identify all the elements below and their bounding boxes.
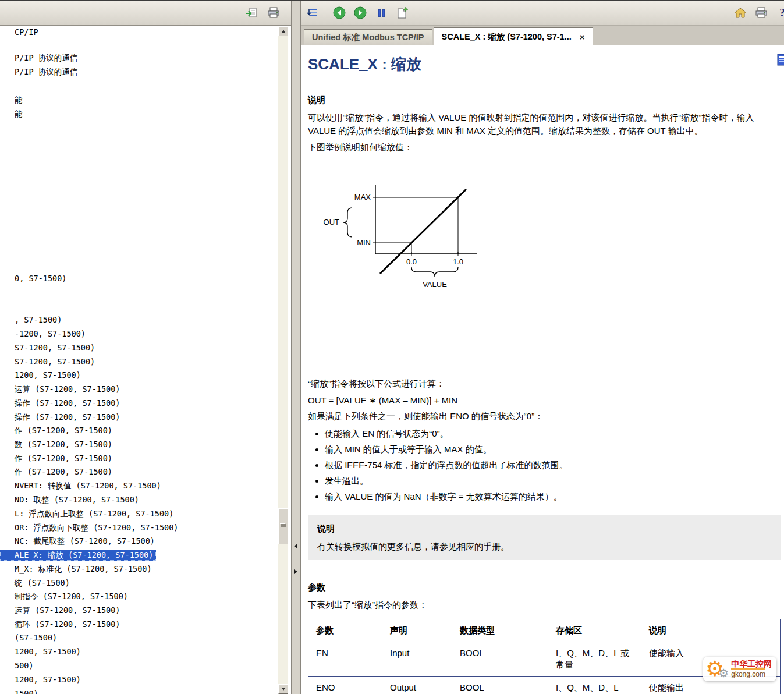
toc-item[interactable]: , S7-1500) xyxy=(0,314,62,325)
parameters-intro: 下表列出了“缩放”指令的参数： xyxy=(308,598,781,611)
forward-icon[interactable] xyxy=(353,6,367,20)
toc-item[interactable]: 作 (S7-1200, S7-1500) xyxy=(0,453,112,464)
conditions-list: 使能输入 EN 的信号状态为“0”。 输入 MIN 的值大于或等于输入 MAX … xyxy=(308,427,781,503)
collapse-right-icon[interactable] xyxy=(294,569,297,574)
condition-item: 使能输入 EN 的信号状态为“0”。 xyxy=(325,427,781,440)
cell: Input xyxy=(382,642,452,677)
scrollbar-thumb[interactable] xyxy=(278,508,288,544)
topic-tab-bar: Unified 标准 Modbus TCP/IP SCALE_X : 缩放 (S… xyxy=(301,26,784,45)
toc-item[interactable]: 统 (S7-1500) xyxy=(0,578,70,589)
home-icon[interactable] xyxy=(733,6,747,20)
new-topic-icon[interactable] xyxy=(395,6,409,20)
cell: BOOL xyxy=(452,677,548,694)
toc-item[interactable]: (S7-1500) xyxy=(0,632,57,643)
cell: ENO xyxy=(308,677,382,694)
axis-label-min: MIN xyxy=(357,238,371,247)
topic-page-icon[interactable] xyxy=(777,54,784,70)
gkong-watermark: 中华工控网 gkong.com xyxy=(703,657,776,681)
cell: BOOL xyxy=(452,642,548,677)
tab-label: Unified 标准 Modbus TCP/IP xyxy=(312,32,424,43)
description-paragraph: 可以使用“缩放”指令，通过将输入 VALUE 的值映射到指定的值范围内，对该值进… xyxy=(308,111,781,137)
table-header-row: 参数 声明 数据类型 存储区 说明 xyxy=(308,619,781,642)
col-header: 数据类型 xyxy=(452,619,548,642)
col-header: 参数 xyxy=(308,619,382,642)
toc-item[interactable]: L: 浮点数向上取整 (S7-1200, S7-1500) xyxy=(0,508,173,519)
show-in-contents-icon[interactable] xyxy=(244,6,258,20)
condition-item: 发生溢出。 xyxy=(325,475,781,487)
toc-item[interactable]: 运算 (S7-1200, S7-1500) xyxy=(0,605,120,616)
tick-label-1: 1.0 xyxy=(453,257,463,266)
axis-label-out: OUT xyxy=(324,218,340,226)
toc-item[interactable]: 操作 (S7-1200, S7-1500) xyxy=(0,412,120,423)
toc-item[interactable]: S7-1200, S7-1500) xyxy=(0,342,95,353)
toc-item[interactable]: 数 (S7-1200, S7-1500) xyxy=(0,439,112,450)
toc-item[interactable]: 操作 (S7-1200, S7-1500) xyxy=(0,398,120,409)
toc-item[interactable]: NC: 截尾取整 (S7-1200, S7-1500) xyxy=(0,536,155,547)
cell: Output xyxy=(382,677,452,694)
toc-item[interactable]: 0, S7-1500) xyxy=(0,273,66,284)
close-tab-icon[interactable]: × xyxy=(580,32,585,42)
tab-label: SCALE_X : 缩放 (S7-1200, S7-1... xyxy=(442,31,572,43)
toc-item[interactable]: 1200, S7-1500) xyxy=(0,370,81,381)
toc-scrollbar[interactable] xyxy=(278,26,288,694)
toc-item[interactable]: M_X: 标准化 (S7-1200, S7-1500) xyxy=(0,564,152,575)
col-header: 存储区 xyxy=(548,619,641,642)
note-heading: 说明 xyxy=(317,522,771,535)
back-icon[interactable] xyxy=(332,6,346,20)
toc-item[interactable]: 1500) xyxy=(0,688,38,694)
toc-item[interactable]: P/IP 协议的通信 xyxy=(0,66,77,77)
toc-item[interactable]: NVERT: 转换值 (S7-1200, S7-1500) xyxy=(0,480,161,491)
toc-item[interactable]: 1200, S7-1500) xyxy=(0,674,81,685)
toc-item[interactable]: OR: 浮点数向下取整 (S7-1200, S7-1500) xyxy=(0,522,178,533)
toc-tree: CP/IP P/IP 协议的通信 P/IP 协议的通信 能 能 0, S7-15… xyxy=(0,26,278,694)
toc-item[interactable]: ND: 取整 (S7-1200, S7-1500) xyxy=(0,494,139,505)
help-toolbar: ? xyxy=(301,0,784,26)
toc-item[interactable]: 循环 (S7-1200, S7-1500) xyxy=(0,619,120,630)
formula: OUT = [VALUE ∗ (MAX – MIN)] + MIN xyxy=(308,394,781,407)
toc-item[interactable]: CP/IP xyxy=(0,27,38,38)
tab-modbus-tcpip[interactable]: Unified 标准 Modbus TCP/IP xyxy=(304,29,432,45)
scroll-down-icon[interactable] xyxy=(278,684,288,694)
tick-label-0: 0.0 xyxy=(406,257,417,266)
pause-icon[interactable] xyxy=(374,6,388,20)
axis-label-value: VALUE xyxy=(423,280,447,289)
example-intro: 下图举例说明如何缩放值： xyxy=(308,140,781,154)
toc-item[interactable]: 作 (S7-1200, S7-1500) xyxy=(0,425,112,436)
toc-item[interactable]: P/IP 协议的通信 xyxy=(0,52,77,63)
cell: I、Q、M、D、L 或常量 xyxy=(548,642,641,677)
topic-content: SCALE_X : 缩放 说明 可以使用“缩放”指令，通过将输入 VALUE 的… xyxy=(301,45,784,694)
toc-item[interactable]: 制指令 (S7-1200, S7-1500) xyxy=(0,591,128,602)
toc-item[interactable]: -1200, S7-1500) xyxy=(0,328,86,339)
print-icon[interactable] xyxy=(754,6,768,20)
panel-splitter[interactable] xyxy=(291,0,301,694)
help-icon[interactable]: ? xyxy=(775,6,784,20)
axis-label-max: MAX xyxy=(354,193,371,201)
toc-item[interactable]: 能 xyxy=(0,94,23,105)
page-title: SCALE_X : 缩放 xyxy=(308,55,781,73)
toc-item[interactable]: S7-1200, S7-1500) xyxy=(0,356,95,367)
watermark-title: 中华工控网 xyxy=(731,660,772,668)
parameters-heading: 参数 xyxy=(308,582,781,593)
condition-item: 根据 IEEE-754 标准，指定的浮点数的值超出了标准的数范围。 xyxy=(325,459,781,472)
toc-item-scale-x[interactable]: ALE_X: 缩放 (S7-1200, S7-1500) xyxy=(0,550,156,561)
cell: EN xyxy=(308,642,382,677)
toc-panel: CP/IP P/IP 协议的通信 P/IP 协议的通信 能 能 0, S7-15… xyxy=(0,0,291,694)
topic-panel: ? Unified 标准 Modbus TCP/IP SCALE_X : 缩放 … xyxy=(301,0,784,694)
toc-toolbar xyxy=(0,0,291,26)
tab-scale-x[interactable]: SCALE_X : 缩放 (S7-1200, S7-1... × xyxy=(434,27,593,45)
toc-item[interactable]: 1200, S7-1500) xyxy=(0,646,81,657)
description-heading: 说明 xyxy=(308,94,781,106)
collapse-left-icon[interactable] xyxy=(294,544,297,548)
toc-item[interactable]: 运算 (S7-1200, S7-1500) xyxy=(0,384,120,395)
condition-item: 输入 VALUE 的值为 NaN（非数字 = 无效算术运算的结果）。 xyxy=(325,490,781,503)
note-box: 说明 有关转换模拟值的更多信息，请参见相应的手册。 xyxy=(308,515,781,560)
print-icon[interactable] xyxy=(267,6,281,20)
watermark-url: gkong.com xyxy=(731,668,765,679)
note-text: 有关转换模拟值的更多信息，请参见相应的手册。 xyxy=(317,540,771,553)
sync-toc-icon[interactable] xyxy=(306,6,320,20)
toc-item[interactable]: 500) xyxy=(0,660,34,671)
conditions-intro: 如果满足下列条件之一，则使能输出 ENO 的信号状态为“0”： xyxy=(308,409,781,423)
toc-item[interactable]: 作 (S7-1200, S7-1500) xyxy=(0,466,112,477)
toc-item[interactable]: 能 xyxy=(0,108,23,119)
scroll-up-icon[interactable] xyxy=(278,26,288,36)
